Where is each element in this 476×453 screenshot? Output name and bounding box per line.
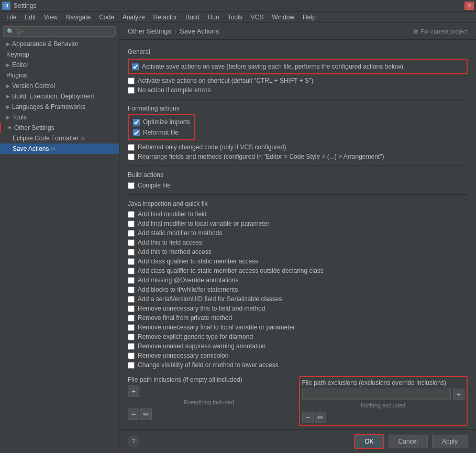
cancel-button[interactable]: Cancel [389,435,428,448]
checkbox-diamond-input[interactable] [128,334,135,340]
sidebar-item-label: Editor [12,61,28,69]
exclusions-edit-button[interactable]: ✏ [315,412,326,423]
sidebar-item-build[interactable]: ▶ Build, Execution, Deployment [0,91,119,102]
inclusions-remove-button[interactable]: − [128,408,139,420]
checkbox-suppress-warning-label: Remove unused suppress warning annotatio… [138,342,265,350]
sidebar-item-label: Other Settings [14,124,54,131]
checkbox-serialversionuid-label: Add a serialVersionUID field for Seriali… [138,295,282,303]
sidebar-item-languages[interactable]: ▶ Languages & Frameworks [0,102,119,112]
checkbox-this-method-input[interactable] [128,249,135,256]
sidebar-item-editor[interactable]: ▶ Editor [0,60,119,70]
checkbox-rearrange-label: Rearrange fields and methods (configured… [138,153,384,160]
checkbox-final-field-row: Add final modifier to field [128,209,468,219]
checkbox-static-methods-input[interactable] [128,230,135,237]
checkbox-semicolon-row: Remove unnecessary semicolon [128,351,468,360]
menu-navigate[interactable]: Navigate [62,13,95,22]
checkbox-optimize-imports-input[interactable] [133,119,140,126]
checkbox-no-action-input[interactable] [128,87,135,94]
breadcrumb: Other Settings [128,27,171,35]
sidebar-item-plugins[interactable]: Plugins [0,70,119,81]
menu-window[interactable]: Window [268,13,298,22]
menu-refactor[interactable]: Refactor [149,13,181,22]
sidebar-item-tools[interactable]: ▶ Tools [0,112,119,123]
divider-2 [128,165,468,166]
checkbox-final-field-input[interactable] [128,211,135,218]
checkbox-class-qualifier-input[interactable] [128,258,135,265]
expand-arrow: ▶ [6,62,10,68]
app-icon: IJ [2,2,10,10]
checkbox-rearrange-input[interactable] [128,153,135,160]
checkbox-override-input[interactable] [128,277,135,284]
menu-analyze[interactable]: Analyze [118,13,149,22]
exclusions-label: File path exclusions (exclusions overrid… [302,379,465,386]
exclusions-remove-button[interactable]: − [302,412,314,423]
checkbox-this-field-row: Add this to field access [128,238,468,247]
sidebar-item-keymap[interactable]: Keymap [0,49,119,60]
checkbox-final-local-input[interactable] [128,220,135,227]
menu-edit[interactable]: Edit [20,13,40,22]
checkbox-serialversionuid-row: Add a serialVersionUID field for Seriali… [128,294,468,304]
sidebar-item-save-actions[interactable]: Save Actions ⚙ [0,143,119,154]
checkbox-class-qualifier-label: Add class qualifier to static member acc… [138,258,258,265]
checkbox-serialversionuid-input[interactable] [128,296,135,303]
checkbox-reformat-changed-row: Reformat only changed code (only if VCS … [128,142,468,152]
help-button[interactable]: ? [128,436,139,447]
ok-button[interactable]: OK [354,434,384,449]
checkbox-remove-this-row: Remove unnecessary this to field and met… [128,304,468,313]
exclusions-add-button[interactable]: + [453,389,464,400]
expand-arrow: ▶ [6,115,10,120]
menu-tools[interactable]: Tools [224,13,247,22]
menu-help[interactable]: Help [298,13,320,22]
sidebar-item-appearance[interactable]: ▶ Appearance & Behavior [0,39,119,49]
checkbox-reformat-file-input[interactable] [133,129,140,136]
checkbox-visibility-label: Change visibility of field or method to … [138,361,279,369]
checkbox-class-qualifier-outside-input[interactable] [128,268,135,274]
checkbox-reformat-changed-input[interactable] [128,144,135,151]
content-body: General Activate save actions on save (b… [119,40,476,429]
checkbox-diamond-label: Remove explicit generic type for diamond [138,333,253,340]
checkbox-remove-final-local-input[interactable] [128,324,135,331]
search-input[interactable] [16,28,112,35]
checkbox-activate-shortcut-input[interactable] [128,78,135,84]
sidebar-item-vcs[interactable]: ▶ Version Control [0,81,119,91]
checkbox-blocks-input[interactable] [128,286,135,293]
inclusions-edit-button[interactable]: ✏ [140,408,152,420]
menu-code[interactable]: Code [95,13,118,22]
menu-file[interactable]: File [2,13,20,22]
sidebar-item-other-settings[interactable]: ▼ Other Settings [0,123,119,133]
checkbox-remove-final-input[interactable] [128,315,135,322]
search-box[interactable]: 🔍 [3,26,116,37]
checkbox-this-field-input[interactable] [128,239,135,246]
checkbox-semicolon-input[interactable] [128,352,135,359]
expand-arrow: ▶ [6,41,10,47]
file-path-inclusions-col: File path inclusions (if empty all inclu… [128,376,291,426]
footer-left: ? [128,436,139,447]
menu-view[interactable]: View [40,13,62,22]
title-bar: IJ Settings ✕ [0,0,476,12]
menu-build[interactable]: Build [181,13,204,22]
close-button[interactable]: ✕ [464,2,474,10]
sidebar-item-label: Build, Execution, Deployment [12,93,94,100]
sidebar-item-eclipse-formatter[interactable]: Eclipse Code Formatter ⚙ [0,133,119,143]
sidebar-item-label: Tools [12,114,27,121]
checkbox-static-methods-label: Add static modifier to methods [138,229,222,237]
checkbox-remove-this-input[interactable] [128,305,135,312]
apply-button[interactable]: Apply [432,435,468,448]
expand-arrow: ▶ [6,104,10,109]
menu-run[interactable]: Run [204,13,224,22]
checkbox-activate-shortcut-row: Activate save actions on shortcut (defau… [128,76,468,85]
checkbox-final-local-row: Add final modifier to local variable or … [128,219,468,228]
checkbox-activate-save-input[interactable] [132,63,139,70]
checkbox-reformat-file-row: Reformat file [133,128,190,137]
checkbox-visibility-input[interactable] [128,362,135,369]
checkbox-class-qualifier-outside-row: Add class qualifier to static member acc… [128,266,468,275]
checkbox-rearrange-row: Rearrange fields and methods (configured… [128,152,468,161]
content-area: Other Settings › Save Actions 🖥 For curr… [119,23,476,453]
inclusions-add-button[interactable]: + [128,385,139,397]
checkbox-compile-input[interactable] [128,182,135,189]
checkbox-blocks-label: Add blocks to if/while/for statements [138,286,238,293]
checkbox-suppress-warning-input[interactable] [128,343,135,350]
menu-vcs[interactable]: VCS [247,13,268,22]
exclusions-input[interactable] [302,389,451,400]
dialog-body: 🔍 ▶ Appearance & Behavior Keymap ▶ Edito… [0,23,476,453]
